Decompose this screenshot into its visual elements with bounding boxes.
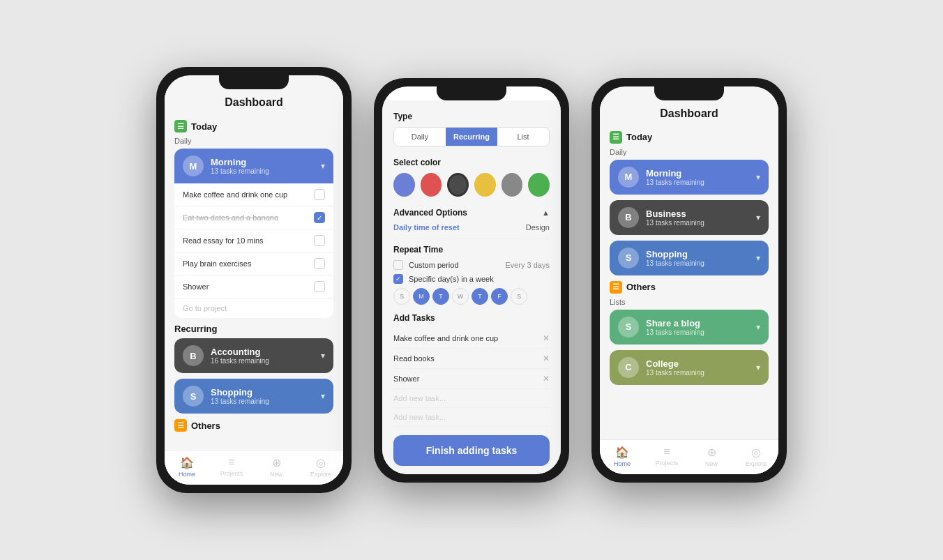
goto-project[interactable]: Go to project bbox=[174, 298, 333, 318]
scroll-area-1: ☰ Today Daily M Morning 13 tasks remaini… bbox=[165, 114, 343, 450]
color-blue[interactable] bbox=[393, 173, 415, 197]
add-task-placeholder-2[interactable]: Add new task... bbox=[393, 408, 550, 427]
task-text-3: Read essay for 10 mins bbox=[183, 236, 308, 245]
color-yellow[interactable] bbox=[474, 173, 496, 197]
share-name: Share a blog bbox=[646, 318, 756, 328]
specific-days-checkbox[interactable]: ✓ bbox=[393, 274, 403, 284]
business-group[interactable]: B Business 13 tasks remaining ▾ bbox=[610, 200, 769, 235]
type-list[interactable]: List bbox=[497, 128, 549, 146]
business-count: 13 tasks remaining bbox=[646, 219, 756, 227]
accounting-chevron: ▾ bbox=[321, 351, 325, 361]
day-w[interactable]: W bbox=[452, 288, 469, 305]
shopping-avatar-1: S bbox=[183, 386, 204, 407]
remove-task-1[interactable]: ✕ bbox=[543, 333, 550, 343]
specific-days-option: ✓ Specific day(s) in a week bbox=[393, 274, 550, 284]
share-avatar: S bbox=[618, 317, 639, 338]
color-dark[interactable] bbox=[447, 173, 469, 197]
add-task-placeholder-1[interactable]: Add new task... bbox=[393, 389, 550, 408]
college-name: College bbox=[646, 358, 756, 369]
business-header[interactable]: B Business 13 tasks remaining ▾ bbox=[610, 200, 769, 235]
day-s2[interactable]: S bbox=[511, 288, 527, 305]
day-t2[interactable]: T bbox=[472, 288, 488, 305]
home-icon-3: 🏠 bbox=[615, 446, 629, 459]
recurring-section: Recurring bbox=[174, 324, 333, 334]
task-item-4[interactable]: Play brain exercises bbox=[174, 252, 333, 275]
task-item-1[interactable]: Make coffee and drink one cup bbox=[174, 183, 333, 206]
share-count: 13 tasks remaining bbox=[646, 328, 756, 336]
task-item-3[interactable]: Read essay for 10 mins bbox=[174, 229, 333, 252]
business-info: Business 13 tasks remaining bbox=[646, 209, 756, 227]
daily-reset-row: Daily time of reset Design bbox=[393, 223, 550, 232]
task-checkbox-1[interactable] bbox=[314, 189, 325, 200]
added-task-text-1: Make coffee and drink one cup bbox=[393, 334, 498, 342]
morning-group-3[interactable]: M Morning 13 tasks remaining ▾ bbox=[610, 160, 769, 195]
share-info: Share a blog 13 tasks remaining bbox=[646, 318, 756, 336]
daily-label-1: Daily bbox=[174, 137, 333, 145]
share-group[interactable]: S Share a blog 13 tasks remaining ▾ bbox=[610, 310, 769, 345]
color-red[interactable] bbox=[421, 173, 442, 197]
morning-avatar-3: M bbox=[618, 167, 639, 188]
today-icon-3: ☰ bbox=[610, 131, 622, 144]
college-chevron: ▾ bbox=[756, 363, 760, 372]
nav-home-1[interactable]: 🏠 Home bbox=[165, 456, 209, 478]
task-item-5[interactable]: Shower bbox=[174, 275, 333, 298]
college-group[interactable]: C College 13 tasks remaining ▾ bbox=[610, 350, 769, 385]
task-text-4: Play brain exercises bbox=[183, 259, 308, 268]
nav-explore-1[interactable]: ◎ Explore bbox=[299, 456, 343, 478]
type-label: Type bbox=[393, 112, 550, 121]
day-m[interactable]: M bbox=[413, 288, 430, 305]
share-header[interactable]: S Share a blog 13 tasks remaining ▾ bbox=[610, 310, 769, 345]
day-f[interactable]: F bbox=[491, 288, 508, 305]
shopping-group-1[interactable]: S Shopping 13 tasks remaining ▾ bbox=[174, 379, 333, 414]
advanced-chevron[interactable]: ▲ bbox=[542, 209, 550, 217]
custom-period-val: Every 3 days bbox=[505, 261, 550, 269]
remove-task-2[interactable]: ✕ bbox=[543, 354, 550, 363]
color-green[interactable] bbox=[528, 173, 550, 197]
explore-icon-1: ◎ bbox=[316, 456, 326, 469]
shopping-group-3[interactable]: S Shopping 13 tasks remaining ▾ bbox=[610, 241, 769, 275]
screen-title-3: Dashboard bbox=[600, 100, 778, 126]
task-checkbox-3[interactable] bbox=[314, 235, 325, 246]
college-header[interactable]: C College 13 tasks remaining ▾ bbox=[610, 350, 769, 385]
day-s1[interactable]: S bbox=[393, 288, 410, 305]
type-daily[interactable]: Daily bbox=[394, 128, 446, 146]
today-section: ☰ Today bbox=[174, 120, 333, 133]
task-item-2[interactable]: Eat two dates and a banana ✓ bbox=[174, 206, 333, 229]
custom-period-option: Custom period Every 3 days bbox=[393, 260, 550, 270]
nav-new-3[interactable]: ⊕ New bbox=[689, 446, 734, 467]
morning-header-3[interactable]: M Morning 13 tasks remaining ▾ bbox=[610, 160, 769, 195]
color-gray[interactable] bbox=[501, 173, 523, 197]
bottom-nav-1: 🏠 Home ≡ Projects ⊕ New ◎ Explore bbox=[165, 450, 343, 485]
day-t1[interactable]: T bbox=[432, 288, 449, 305]
modal-content: Type Daily Recurring List Select color bbox=[382, 100, 561, 474]
nav-new-1[interactable]: ⊕ New bbox=[254, 456, 299, 478]
accounting-header[interactable]: B Accounting 16 tasks remaining ▾ bbox=[174, 338, 333, 373]
home-label-1: Home bbox=[179, 471, 195, 478]
projects-label-1: Projects bbox=[220, 470, 243, 477]
phone-2: Type Daily Recurring List Select color bbox=[374, 78, 569, 483]
morning-header[interactable]: M Morning 13 tasks remaining ▾ bbox=[174, 149, 333, 183]
nav-projects-3[interactable]: ≡ Projects bbox=[644, 446, 689, 467]
type-recurring[interactable]: Recurring bbox=[446, 128, 497, 146]
shopping-header-1[interactable]: S Shopping 13 tasks remaining ▾ bbox=[174, 379, 333, 414]
nav-explore-3[interactable]: ◎ Explore bbox=[734, 446, 778, 467]
finish-button[interactable]: Finish adding tasks bbox=[393, 435, 550, 466]
morning-chevron-3: ▾ bbox=[756, 172, 760, 182]
nav-home-3[interactable]: 🏠 Home bbox=[600, 446, 644, 467]
lists-label-3: Lists bbox=[610, 298, 769, 306]
explore-label-1: Explore bbox=[310, 471, 332, 478]
daily-reset-key[interactable]: Daily time of reset bbox=[393, 223, 460, 232]
accounting-group[interactable]: B Accounting 16 tasks remaining ▾ bbox=[174, 338, 333, 373]
task-checkbox-4[interactable] bbox=[314, 258, 325, 269]
task-checkbox-2[interactable]: ✓ bbox=[314, 212, 325, 223]
notch-3 bbox=[654, 86, 724, 100]
home-label-3: Home bbox=[614, 460, 631, 467]
shopping-info-1: Shopping 13 tasks remaining bbox=[211, 387, 321, 405]
added-task-text-2: Read books bbox=[393, 354, 435, 363]
remove-task-3[interactable]: ✕ bbox=[543, 374, 550, 384]
accounting-info: Accounting 16 tasks remaining bbox=[211, 347, 321, 365]
shopping-header-3[interactable]: S Shopping 13 tasks remaining ▾ bbox=[610, 241, 769, 275]
task-checkbox-5[interactable] bbox=[314, 281, 325, 292]
custom-period-checkbox[interactable] bbox=[393, 260, 403, 270]
nav-projects-1[interactable]: ≡ Projects bbox=[209, 456, 254, 478]
